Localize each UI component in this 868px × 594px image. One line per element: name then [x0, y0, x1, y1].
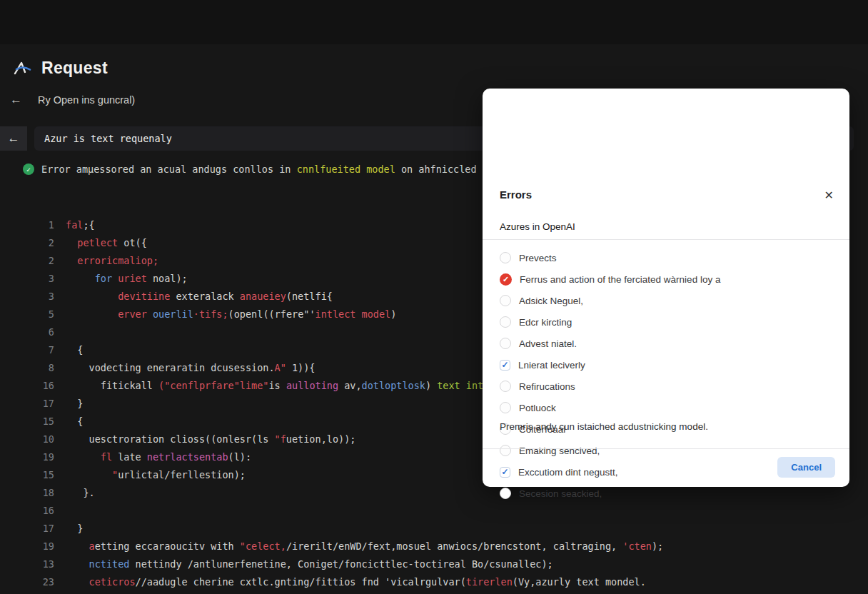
modal-title: Errors	[500, 188, 532, 201]
code-line-text: for uriet noal);	[66, 270, 188, 288]
search-input-value: Azur is text requenaly	[44, 133, 172, 144]
breadcrumb-label: Ry Open ins guncral)	[38, 94, 135, 106]
modal-option[interactable]: Adsick Neguel,	[500, 290, 835, 311]
status-text-segment: Error amμessored an acual andugs conllos…	[41, 163, 297, 175]
code-token: nettindy /antlunerfenetine, Coniget/fonc…	[136, 558, 553, 570]
line-number: 17	[0, 520, 54, 538]
modal-option[interactable]: Refirucations	[500, 376, 835, 397]
code-token: uesctroration clioss((onlesr(ls	[89, 433, 275, 445]
modal-option-label: Ferrus and action of the ferciated wàrni…	[520, 274, 720, 285]
cancel-button[interactable]: Cancel	[777, 457, 835, 478]
modal-divider-bottom	[483, 448, 849, 449]
code-line: 23ceticros//aadugle cherine cxtlc.gnting…	[0, 573, 868, 591]
code-token: text intu	[437, 380, 489, 391]
modal-option-label: Potluock	[519, 403, 556, 413]
line-number: 6	[0, 323, 54, 341]
code-token: {	[77, 416, 83, 427]
status-text: Error amμessored an acual andugs conllos…	[41, 163, 505, 175]
code-line-text: erroricmaliop;	[66, 252, 158, 270]
radio-button-icon[interactable]	[500, 402, 511, 413]
modal-option[interactable]: ✓Lnierat leciverly	[500, 354, 835, 376]
code-line-text: {	[66, 341, 83, 359]
line-number: 18	[0, 484, 54, 502]
radio-button-icon[interactable]	[500, 488, 511, 499]
code-token: {	[77, 344, 83, 356]
modal-option-label: Emaking senclved,	[519, 446, 600, 456]
code-token: 'cten	[622, 540, 652, 552]
modal-option-label: Exccutiom dint negustt,	[518, 467, 618, 478]
line-number: 15	[0, 466, 54, 484]
radio-button-icon[interactable]	[500, 338, 511, 349]
code-token: (l):	[228, 451, 252, 463]
line-number: 8	[0, 359, 54, 377]
code-token: late	[118, 451, 147, 463]
modal-option[interactable]: Potluock	[500, 397, 835, 418]
code-line-text: ceticros//aadugle cherine cxtlc.gnting/f…	[66, 573, 646, 591]
code-token: )	[390, 308, 396, 320]
code-line-text: aetting eccaraoucitv with "celect,/ireri…	[66, 538, 663, 555]
code-token: noal);	[153, 273, 188, 284]
arrow-left-icon: ←	[8, 131, 20, 146]
arrow-left-icon[interactable]: ←	[10, 93, 22, 107]
modal-option-label: Prevects	[519, 253, 557, 263]
line-number: 10	[0, 431, 54, 448]
code-token: ot({	[123, 237, 147, 248]
code-token: intlect model	[316, 308, 391, 320]
code-token: for	[95, 273, 118, 284]
code-line-text: fl late netrlactsentab(l):	[66, 448, 251, 466]
line-number: 16	[0, 377, 54, 395]
page-title: Request	[41, 59, 108, 78]
red-circle-check-icon[interactable]: ✓	[500, 273, 512, 286]
code-line: 17}	[0, 520, 868, 538]
page-header: Request	[13, 59, 108, 78]
radio-button-icon[interactable]	[500, 445, 511, 456]
search-back-button[interactable]: ←	[0, 126, 27, 151]
code-line-text: fitickall ("cenflprfare"lime"is aullotin…	[66, 377, 489, 395]
line-number: 19	[0, 448, 54, 466]
modal-option[interactable]: ✓Ferrus and action of the ferciated wàrn…	[500, 268, 835, 290]
code-token: is	[268, 380, 286, 391]
code-token: "celect,	[240, 540, 286, 552]
modal-option-label: Edcr kircting	[519, 317, 572, 328]
code-token: exteralack	[176, 291, 239, 302]
radio-button-icon[interactable]	[500, 381, 511, 392]
radio-button-icon[interactable]	[500, 252, 511, 263]
modal-note: Premris andy cun istaiched acdustnicking…	[500, 421, 708, 432]
code-token: 1)){	[286, 362, 316, 373]
code-line: 13nctited nettindy /antlunerfenetine, Co…	[0, 555, 868, 573]
code-token: //aadugle cherine cxtlc.gnting/fittios f…	[136, 576, 466, 588]
code-line-text: devitiine exteralack anaueiey(netlfi{	[66, 288, 333, 306]
status-text-segment: cnnlfueited model	[297, 163, 395, 175]
code-token: (netlfi{	[286, 291, 333, 302]
code-token: netrlactsentab	[147, 451, 228, 463]
code-line-text: petlect ot({	[66, 234, 147, 252]
modal-option[interactable]: Prevects	[500, 247, 835, 268]
modal-option[interactable]: Edcr kircting	[500, 311, 835, 333]
code-token: ;{	[83, 219, 94, 231]
radio-button-icon[interactable]	[500, 295, 511, 306]
code-token: tirerlen	[466, 576, 513, 588]
radio-button-icon[interactable]	[500, 316, 511, 328]
line-number: 7	[0, 341, 54, 359]
code-token: }.	[83, 487, 94, 498]
modal-divider-top	[483, 239, 849, 240]
code-token: urlictal/ferllestion);	[118, 469, 246, 480]
checked-checkbox-icon[interactable]: ✓	[500, 360, 510, 371]
code-token: dotloptlosk	[362, 380, 425, 391]
line-number: 15	[0, 413, 54, 431]
code-line-text: uesctroration clioss((onlesr(ls "fuetion…	[66, 431, 355, 448]
code-line-text: erver ouerlil·tifs;(openl((rfere"'intlec…	[66, 306, 396, 323]
line-number: 5	[0, 306, 54, 323]
checked-checkbox-icon[interactable]: ✓	[500, 467, 510, 478]
code-token: }	[77, 398, 83, 409]
code-line-text: nctited nettindy /antlunerfenetine, Coni…	[66, 555, 553, 573]
line-number: 17	[0, 395, 54, 413]
close-icon[interactable]: ✕	[820, 184, 838, 206]
status-message: ✓ Error amμessored an acual andugs conll…	[23, 163, 505, 175]
code-token: "	[112, 469, 118, 480]
code-token: )	[425, 380, 437, 391]
line-number: 3	[0, 288, 54, 306]
modal-option[interactable]: Secesion seackied,	[500, 483, 835, 504]
modal-option[interactable]: Advest niatel.	[500, 333, 835, 354]
line-number: 23	[0, 573, 54, 591]
